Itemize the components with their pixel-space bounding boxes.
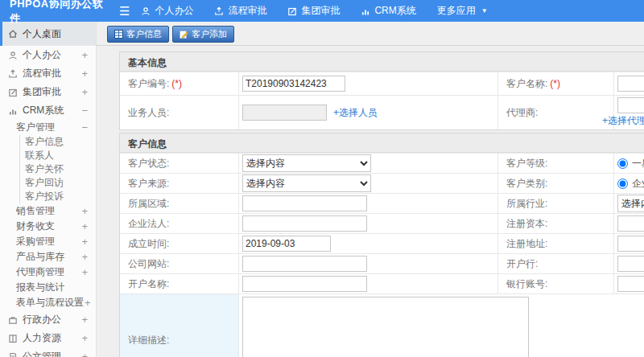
sidebar-item-contacts[interactable]: 联系人 (19, 149, 96, 162)
topnav-more-apps[interactable]: 更多应用 ▼ (437, 4, 488, 18)
tab-customer-info[interactable]: 客户信息 (107, 26, 169, 43)
founded-date-input[interactable] (242, 236, 331, 252)
topnav-label: 个人办公 (155, 4, 193, 18)
sidebar-item-group-approval[interactable]: 集团审批 + (0, 83, 96, 101)
user-icon (141, 6, 151, 16)
sidebar-item-human-resources[interactable]: 人力资源 + (0, 329, 96, 347)
website-input[interactable] (242, 256, 367, 272)
sidebar-item-sales-management[interactable]: 销售管理 + (0, 203, 96, 219)
form-row-source-category: 客户来源: 选择内容 客户类别: 企业客户 (120, 173, 644, 193)
industry-select[interactable]: 选择内容 (617, 195, 644, 212)
customer-add-form: 基本信息 客户编号:(*) 客户名称:(*) 业务人员: (97, 46, 644, 357)
sidebar-item-document-management[interactable]: 公文管理 + (0, 347, 96, 357)
form-row-sales-person: 业务人员: +选择人员 代理商: +选择代理商 (120, 95, 644, 129)
sidebar-item-agent-management[interactable]: 代理商管理 + (0, 265, 96, 280)
customer-name-label: 客户名称:(*) (498, 72, 614, 95)
bank-account-input[interactable] (617, 276, 644, 292)
customer-level-label: 客户等级: (498, 154, 614, 173)
section-title-info: 客户信息 (120, 133, 644, 153)
form-row-website-bank: 公司网站: 开户行: (120, 253, 644, 273)
form-row-founded-address: 成立时间: 注册地址: (120, 233, 644, 253)
sidebar-item-customer-care[interactable]: 客户关怀 (19, 162, 96, 176)
required-mark: (*) (171, 78, 182, 89)
sidebar-item-finance[interactable]: 财务收支 + (0, 219, 96, 234)
topnav-crm-system[interactable]: CRM系统 (361, 4, 415, 18)
topnav-label: CRM系统 (374, 4, 415, 18)
form-row-customer-no: 客户编号:(*) 客户名称:(*) (120, 72, 644, 95)
account-name-input[interactable] (242, 276, 367, 292)
hamburger-icon[interactable]: ☰ (119, 5, 130, 17)
topbar: PHPOA协同办公软件 ☰ 个人办公 流程审批 集团审批 CRM系统 (0, 0, 644, 22)
registered-address-input[interactable] (617, 236, 644, 252)
sidebar-item-customer-info[interactable]: 客户信息 (19, 135, 96, 149)
sidebar: 个人桌面 个人办公 + 流程审批 + 集团审批 + CRM系统 − 客户管理 −… (0, 22, 97, 357)
description-label: 详细描述: (120, 294, 239, 357)
customer-source-select[interactable]: 选择内容 (242, 174, 371, 192)
legal-person-input[interactable] (242, 215, 367, 232)
sidebar-item-form-workflow-settings[interactable]: 表单与流程设置 + (0, 295, 96, 310)
customer-category-label: 客户类别: (498, 174, 614, 193)
account-name-label: 开户名称: (120, 274, 239, 293)
main-content: 客户信息 客户添加 基本信息 客户编号:(*) 客户名称:(*) (97, 22, 644, 357)
topnav-group-approval[interactable]: 集团审批 (287, 4, 340, 18)
form-row-status-level: 客户状态: 选择内容 客户等级: 一星 (120, 153, 644, 173)
caret-down-icon: ▼ (481, 7, 488, 14)
select-agent-link[interactable]: +选择代理商 (602, 114, 644, 128)
grid-icon (114, 30, 123, 39)
basic-info-section: 基本信息 客户编号:(*) 客户名称:(*) 业务人员: (119, 51, 644, 130)
bar-chart-icon (8, 106, 18, 116)
registered-capital-label: 注册资本: (498, 214, 614, 233)
tab-label: 客户信息 (126, 28, 162, 40)
sidebar-item-crm-system[interactable]: CRM系统 − (0, 101, 96, 120)
top-navigation: 个人办公 流程审批 集团审批 CRM系统 更多应用 ▼ (141, 4, 487, 18)
app-logo: PHPOA协同办公软件 (0, 0, 105, 26)
agent-input[interactable] (617, 97, 644, 113)
form-row-description: 详细描述: (120, 293, 644, 357)
sidebar-item-customer-management[interactable]: 客户管理 − (0, 120, 96, 135)
topnav-label: 更多应用 (437, 4, 476, 18)
book-icon (8, 334, 18, 343)
topnav-personal-office[interactable]: 个人办公 (141, 4, 193, 18)
registered-capital-input[interactable] (617, 215, 644, 232)
form-row-region-industry: 所属区域: 所属行业: 选择内容 (120, 193, 644, 213)
sidebar-item-reports-statistics[interactable]: 报表与统计 (0, 280, 96, 295)
sidebar-item-personal-office[interactable]: 个人办公 + (0, 46, 96, 64)
sidebar-item-products-inventory[interactable]: 产品与库存 + (0, 249, 96, 265)
registered-address-label: 注册地址: (498, 234, 614, 253)
bank-branch-label: 开户行: (498, 254, 614, 273)
customer-no-input[interactable] (242, 76, 345, 92)
sidebar-item-customer-followup[interactable]: 客户回访 (19, 176, 96, 190)
legal-person-label: 企业法人: (120, 214, 239, 233)
founded-date-label: 成立时间: (120, 234, 239, 253)
tab-strip: 客户信息 客户添加 (97, 22, 644, 46)
customer-name-input[interactable] (617, 76, 644, 92)
form-row-account-number: 开户名称: 银行账号: (120, 273, 644, 293)
bank-branch-input[interactable] (617, 256, 644, 272)
edit-icon (8, 88, 18, 97)
website-label: 公司网站: (120, 254, 239, 273)
sales-person-input[interactable] (242, 105, 327, 121)
region-input[interactable] (242, 195, 367, 211)
sales-person-label: 业务人员: (120, 96, 239, 129)
description-textarea[interactable] (242, 297, 529, 357)
region-label: 所属区域: (120, 194, 239, 213)
customer-info-section: 客户信息 客户状态: 选择内容 客户等级: 一星 (119, 133, 644, 357)
select-person-link[interactable]: +选择人员 (333, 106, 378, 120)
upload-icon (8, 69, 18, 79)
sidebar-item-personal-desktop[interactable]: 个人桌面 (0, 22, 96, 46)
sidebar-item-workflow-approval[interactable]: 流程审批 + (0, 64, 96, 83)
pencil-icon (180, 30, 188, 39)
agent-label: 代理商: (498, 96, 614, 129)
topnav-workflow-approval[interactable]: 流程审批 (214, 4, 266, 18)
bar-chart-icon (361, 6, 370, 16)
sidebar-item-purchasing[interactable]: 采购管理 + (0, 234, 96, 249)
sidebar-item-administration[interactable]: 行政办公 + (0, 310, 96, 329)
customer-source-label: 客户来源: (120, 174, 239, 193)
category-radio-enterprise[interactable] (617, 178, 628, 189)
tab-customer-add[interactable]: 客户添加 (172, 26, 234, 43)
level-radio-one-star[interactable] (617, 158, 628, 169)
topnav-label: 集团审批 (301, 4, 340, 18)
sidebar-item-customer-complaint[interactable]: 客户投诉 (19, 190, 96, 203)
upload-icon (214, 6, 224, 16)
customer-status-select[interactable]: 选择内容 (242, 154, 371, 172)
